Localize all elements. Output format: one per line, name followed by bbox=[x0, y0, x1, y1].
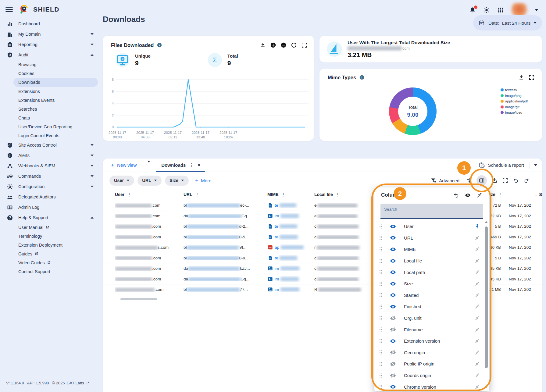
sidebar-item[interactable]: Cookies bbox=[0, 69, 103, 78]
toggle-all-visibility-icon[interactable] bbox=[465, 192, 471, 198]
column-visibility-toggle[interactable] bbox=[390, 383, 396, 390]
scrollbar-thumb[interactable] bbox=[485, 226, 488, 368]
column-search-input[interactable] bbox=[380, 204, 483, 212]
undo-icon[interactable] bbox=[513, 177, 519, 184]
fullscreen-icon[interactable] bbox=[301, 42, 307, 48]
column-list-item[interactable]: Local file bbox=[374, 255, 483, 267]
sidebar-item[interactable]: Delegated Auditors bbox=[0, 192, 103, 202]
column-visibility-toggle[interactable] bbox=[390, 246, 396, 253]
tab-menu-icon[interactable]: ⋮ bbox=[189, 162, 194, 168]
more-filters-button[interactable]: +More bbox=[195, 177, 211, 184]
drag-handle-icon[interactable] bbox=[379, 281, 383, 286]
fullscreen-icon[interactable] bbox=[502, 177, 508, 184]
column-list-item[interactable]: Chrome version bbox=[374, 381, 483, 391]
mime-link[interactable]: im bbox=[275, 266, 279, 271]
column-menu-icon[interactable]: ⋮ bbox=[498, 192, 502, 197]
column-list-item[interactable]: Started bbox=[374, 290, 483, 301]
filter-chip[interactable]: Size bbox=[165, 176, 189, 186]
column-visibility-toggle[interactable] bbox=[390, 303, 396, 310]
new-view-button[interactable]: +New view bbox=[103, 162, 143, 169]
drag-handle-icon[interactable] bbox=[379, 373, 383, 378]
sidebar-item[interactable]: Searches bbox=[0, 105, 103, 113]
sidebar-item[interactable]: Audit bbox=[0, 50, 103, 60]
column-visibility-toggle[interactable] bbox=[390, 280, 396, 287]
sidebar-item[interactable]: Dashboard bbox=[0, 19, 103, 29]
drag-handle-icon[interactable] bbox=[379, 224, 383, 229]
column-pin-toggle[interactable] bbox=[474, 361, 480, 367]
date-range-selector[interactable]: Date: Last 24 Hours bbox=[473, 15, 542, 30]
column-pin-toggle[interactable] bbox=[474, 258, 480, 264]
mime-link[interactable]: te bbox=[275, 235, 278, 239]
column-pin-toggle[interactable] bbox=[474, 315, 480, 321]
chevron-icon[interactable] bbox=[91, 44, 94, 45]
drag-handle-icon[interactable] bbox=[379, 316, 383, 321]
drag-handle-icon[interactable] bbox=[379, 270, 383, 275]
unpin-all-icon[interactable] bbox=[476, 192, 483, 198]
download-icon[interactable] bbox=[260, 42, 266, 48]
column-list-item[interactable]: Filename bbox=[374, 324, 483, 335]
chevron-icon[interactable] bbox=[91, 155, 94, 156]
scroll-up-icon[interactable] bbox=[485, 221, 488, 223]
column-pin-toggle[interactable] bbox=[474, 235, 480, 241]
mime-link[interactable]: te bbox=[275, 224, 278, 229]
sort-desc-icon[interactable]: ↓ bbox=[535, 192, 537, 197]
sidebar-item[interactable]: Admin Log bbox=[0, 202, 103, 212]
column-pin-toggle[interactable] bbox=[474, 292, 480, 298]
drag-handle-icon[interactable] bbox=[379, 258, 383, 263]
column-pin-toggle[interactable] bbox=[474, 372, 480, 378]
redo-icon[interactable] bbox=[523, 177, 530, 184]
advanced-filter-button[interactable]: Advanced bbox=[430, 177, 459, 184]
chevron-down-icon[interactable] bbox=[535, 9, 538, 11]
sidebar-item[interactable]: Guides bbox=[0, 249, 103, 258]
schedule-report-button[interactable]: Schedule a report bbox=[479, 162, 528, 168]
chevron-icon[interactable] bbox=[91, 33, 94, 35]
column-list-item[interactable]: URL bbox=[374, 232, 483, 244]
chevron-icon[interactable] bbox=[91, 165, 94, 167]
drag-handle-icon[interactable] bbox=[379, 350, 383, 355]
sidebar-item[interactable]: Site Access Control bbox=[0, 140, 103, 150]
filter-chip[interactable]: User bbox=[109, 176, 134, 186]
tune-icon[interactable] bbox=[466, 177, 472, 184]
gat-labs-link[interactable]: GAT Labs bbox=[66, 381, 84, 385]
mime-link[interactable]: te bbox=[275, 256, 278, 260]
column-pin-toggle[interactable] bbox=[474, 327, 480, 333]
chevron-icon[interactable] bbox=[91, 54, 94, 56]
sidebar-item[interactable]: Alerts bbox=[0, 150, 103, 161]
column-list-item[interactable]: MIME bbox=[374, 244, 483, 255]
chevron-icon[interactable] bbox=[91, 217, 94, 219]
column-pin-toggle[interactable] bbox=[474, 350, 480, 355]
columns-button[interactable]: 1 bbox=[476, 175, 487, 186]
column-menu-icon[interactable]: ⋮ bbox=[127, 192, 131, 197]
column-visibility-toggle[interactable] bbox=[390, 315, 396, 322]
column-pin-toggle[interactable] bbox=[474, 338, 480, 344]
column-visibility-toggle[interactable] bbox=[390, 223, 396, 230]
sidebar-item[interactable]: Reporting bbox=[0, 39, 103, 50]
drag-handle-icon[interactable] bbox=[379, 247, 383, 252]
column-list-item[interactable]: Extension version bbox=[374, 335, 483, 347]
mime-link[interactable]: im bbox=[275, 277, 279, 281]
sidebar-item[interactable]: Extensions bbox=[0, 87, 103, 96]
sidebar-item[interactable]: User/Device Geo Reporting bbox=[0, 122, 103, 131]
chevron-icon[interactable] bbox=[91, 144, 94, 146]
popup-scrollbar[interactable] bbox=[484, 221, 488, 389]
column-pin-toggle[interactable] bbox=[474, 246, 480, 252]
drag-handle-icon[interactable] bbox=[379, 304, 383, 309]
chevron-icon[interactable] bbox=[91, 175, 94, 177]
column-visibility-toggle[interactable] bbox=[390, 361, 396, 367]
column-list-item[interactable]: Size bbox=[374, 278, 483, 290]
sidebar-item[interactable]: Extension Deployment bbox=[0, 241, 103, 249]
mime-link[interactable]: ap bbox=[275, 245, 279, 250]
column-visibility-toggle[interactable] bbox=[390, 349, 396, 356]
sidebar-item[interactable]: Contact Support bbox=[0, 267, 103, 276]
menu-hamburger-icon[interactable] bbox=[5, 7, 13, 12]
tab-close-icon[interactable]: × bbox=[198, 162, 200, 168]
column-visibility-toggle[interactable] bbox=[390, 269, 396, 276]
column-list-item[interactable]: Finished bbox=[374, 301, 483, 312]
column-list-item[interactable]: Public IP origin bbox=[374, 358, 483, 370]
column-visibility-toggle[interactable] bbox=[390, 338, 396, 344]
mime-link[interactable]: im bbox=[275, 214, 279, 218]
column-pin-toggle[interactable] bbox=[474, 223, 480, 229]
theme-sun-icon[interactable] bbox=[483, 7, 490, 13]
tab-downloads[interactable]: Downloads ⋮ × bbox=[155, 159, 206, 172]
drag-handle-icon[interactable] bbox=[379, 235, 383, 240]
